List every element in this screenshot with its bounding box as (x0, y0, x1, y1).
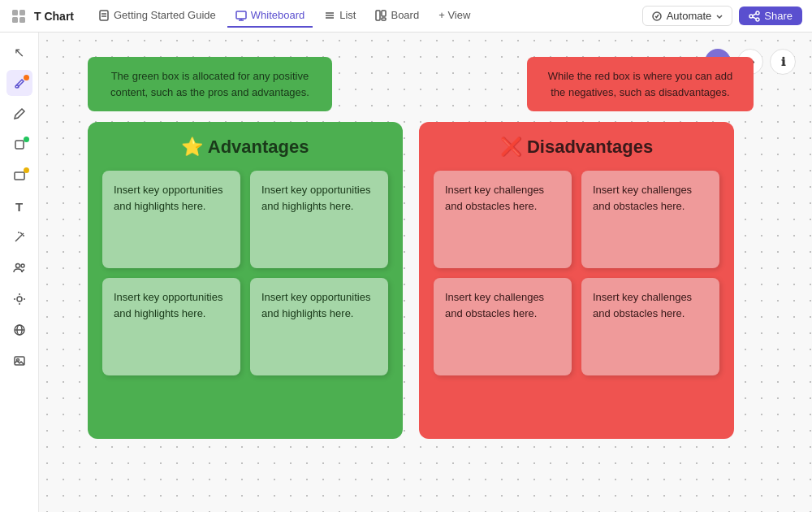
topbar: T Chart Getting Started Guide Whiteboard… (0, 0, 812, 33)
advantages-sticky-1[interactable]: Insert key opportunities and highlights … (102, 171, 240, 268)
svg-rect-2 (12, 17, 18, 23)
disadvantages-sticky-4[interactable]: Insert key challenges and obstacles here… (581, 278, 719, 375)
disadvantages-title: ❌ Disadvantages (434, 137, 719, 158)
sidebar-icon-wand[interactable] (6, 224, 32, 250)
svg-point-18 (749, 15, 753, 18)
canvas[interactable]: C ⇔ ℹ The green box is allocated for any… (39, 33, 812, 512)
sidebar-icon-shape[interactable] (6, 132, 32, 158)
svg-point-28 (15, 264, 19, 268)
svg-rect-15 (382, 18, 386, 20)
disadvantages-grid: Insert key challenges and obstacles here… (434, 171, 719, 375)
tab-add-view[interactable]: + View (430, 4, 478, 28)
disadvantages-sticky-1[interactable]: Insert key challenges and obstacles here… (434, 171, 572, 268)
sidebar-icon-media[interactable] (6, 348, 32, 374)
disadvantages-panel: ❌ Disadvantages Insert key challenges an… (419, 122, 734, 439)
info-row: The green box is allocated for any posit… (88, 57, 754, 111)
sidebar-icon-users[interactable] (6, 255, 32, 281)
svg-rect-1 (19, 10, 25, 15)
svg-point-17 (756, 11, 759, 15)
green-info-box: The green box is allocated for any posit… (88, 57, 332, 111)
advantages-sticky-3[interactable]: Insert key opportunities and highlights … (102, 278, 240, 375)
main-area: ↖ T (0, 33, 812, 512)
advantages-grid: Insert key opportunities and highlights … (102, 171, 388, 375)
sidebar-icon-paint[interactable] (6, 70, 32, 96)
sidebar-icon-effects[interactable] (6, 286, 32, 312)
disadvantages-sticky-2[interactable]: Insert key challenges and obstacles here… (581, 171, 719, 268)
tab-whiteboard[interactable]: Whiteboard (227, 4, 313, 28)
advantages-panel: ⭐ Advantages Insert key opportunities an… (88, 122, 403, 439)
sidebar-icon-globe[interactable] (6, 317, 32, 343)
sidebar-icon-cursor[interactable]: ↖ (6, 39, 32, 65)
red-info-box: While the red box is where you can add t… (527, 57, 754, 111)
svg-point-29 (21, 264, 24, 267)
advantages-title: ⭐ Advantages (102, 137, 388, 158)
svg-point-19 (756, 18, 759, 21)
app-title: T Chart (34, 10, 74, 23)
tchart-row: ⭐ Advantages Insert key opportunities an… (88, 122, 734, 439)
app-icon (10, 7, 28, 25)
automate-button[interactable]: Automate (642, 6, 733, 26)
tab-getting-started[interactable]: Getting Started Guide (90, 4, 224, 28)
svg-rect-7 (236, 11, 246, 19)
info-button[interactable]: ℹ (770, 49, 796, 75)
svg-line-21 (753, 14, 756, 15)
svg-rect-14 (382, 11, 386, 16)
advantages-sticky-2[interactable]: Insert key opportunities and highlights … (250, 171, 388, 268)
tab-list[interactable]: List (316, 4, 364, 28)
svg-rect-22 (15, 141, 24, 149)
share-button[interactable]: Share (739, 7, 802, 25)
sidebar-icon-text[interactable]: T (6, 193, 32, 219)
svg-rect-0 (12, 10, 18, 15)
advantages-sticky-4[interactable]: Insert key opportunities and highlights … (250, 278, 388, 375)
svg-rect-23 (15, 172, 24, 180)
sidebar: ↖ T (0, 33, 39, 512)
svg-point-30 (17, 297, 22, 302)
sidebar-icon-sticky[interactable] (6, 163, 32, 189)
svg-rect-3 (19, 17, 25, 23)
topbar-right: Automate Share (642, 6, 802, 26)
sidebar-icon-pen[interactable] (6, 101, 32, 127)
svg-line-25 (20, 232, 22, 234)
svg-line-20 (753, 17, 756, 19)
svg-line-24 (15, 233, 24, 241)
disadvantages-sticky-3[interactable]: Insert key challenges and obstacles here… (434, 278, 572, 375)
svg-rect-4 (100, 11, 108, 20)
svg-rect-13 (376, 11, 380, 20)
tab-board[interactable]: Board (367, 4, 427, 28)
